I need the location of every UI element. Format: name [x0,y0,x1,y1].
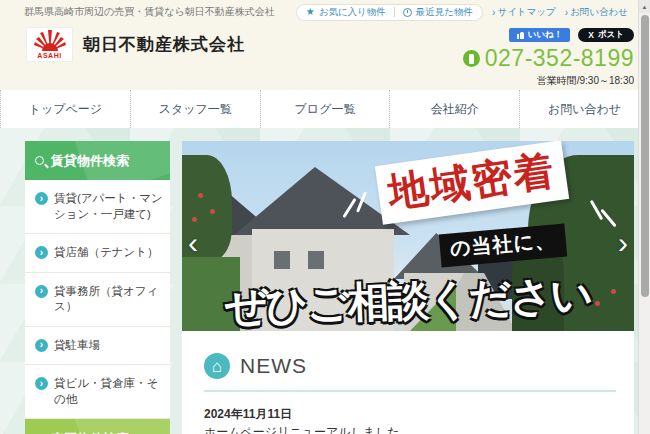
contact-label: お問い合わせ [570,6,628,19]
facebook-like-button[interactable]: いいね！ [509,28,571,42]
star-icon: ★ [306,7,315,17]
site-header: ASAHI 朝日不動産株式会社 いいね！ X ポスト 027-352-8199 … [0,24,650,90]
news-entry-text: ホームページリニューアルしました [204,423,616,434]
search-icon [35,156,44,165]
thumbs-up-icon [517,32,524,39]
recently-viewed-label: 最近見た物件 [416,6,473,19]
news-header: ⌂ NEWS [204,353,616,379]
sidebar-item-rental-parking[interactable]: › 貸駐車場 [25,327,170,366]
top-utility-bar: 群馬県高崎市周辺の売買・賃貸なら朝日不動産株式会社 ★ お気に入り物件 最近見た… [0,0,650,24]
hero-badge-company-text: の当社に、 [449,228,556,259]
x-logo-icon: X [588,30,594,40]
circle-arrow-icon: › [35,285,48,298]
nav-item-top[interactable]: トップページ [0,90,130,128]
news-section: ⌂ NEWS 2024年11月11日 ホームページリニューアルしました [182,331,634,434]
main-nav: トップページ スタッフ一覧 ブログ一覧 会社紹介 お問い合わせ [0,90,650,128]
phone-icon [463,50,480,67]
top-utility-links: ★ お気に入り物件 最近見た物件 › サイトマップ › お問い合わせ [296,4,628,21]
phone-row: 027-352-8199 [463,45,634,72]
post-label: ポスト [598,29,624,41]
scroll-up-button[interactable]: ▲ [639,0,650,13]
rental-search-title: 賃貸物件検索 [51,152,129,170]
like-label: いいね！ [528,29,563,41]
sidebar-item-rental-apartment[interactable]: › 賃貸(アパート・マンション・一戸建て) [25,180,170,234]
news-title: NEWS [240,354,307,378]
hero-flower [192,217,197,222]
sns-buttons: いいね！ X ポスト [463,28,634,42]
news-entry-date: 2024年11月11日 [204,405,616,423]
header-right-group: いいね！ X ポスト 027-352-8199 営業時間/9:30～18:30 [463,28,634,88]
favorites-link[interactable]: ★ お気に入り物件 [306,6,386,19]
x-post-button[interactable]: X ポスト [578,28,634,42]
page: 群馬県高崎市周辺の売買・賃貸なら朝日不動産株式会社 ★ お気に入り物件 最近見た… [0,0,650,434]
circle-arrow-icon: › [35,377,48,390]
nav-item-company[interactable]: 会社紹介 [389,90,519,128]
asahi-logo: ASAHI [26,27,73,62]
news-divider [204,390,616,392]
hero-carousel-slide[interactable]: 地域密着 の当社に、 ぜひご相談ください ‹ › [182,141,634,331]
item-label: 賃貸(アパート・マンション・一戸建て) [54,191,164,222]
sidebar-item-rental-office[interactable]: › 貸事務所（貸オフィス） [25,273,170,327]
rental-search-list: › 賃貸(アパート・マンション・一戸建て) › 貸店舗（テナント） › 貸事務所… [25,180,170,419]
recently-viewed-link[interactable]: 最近見た物件 [403,6,473,19]
favorites-label: お気に入り物件 [319,6,386,19]
carousel-prev-button[interactable]: ‹ [188,228,198,258]
circle-arrow-icon: › [35,246,48,259]
browser-scrollbar[interactable]: ▲ [638,0,650,434]
company-name: 朝日不動産株式会社 [83,33,245,56]
clock-icon [403,8,412,17]
sale-search-header: 売買物件検索 [25,419,170,434]
hero-window [308,251,324,269]
sale-search-title: 売買物件検索 [51,430,129,434]
scrollbar-thumb[interactable] [641,15,649,297]
sidebar-item-rental-building[interactable]: › 貸ビル・貸倉庫・その他 [25,365,170,419]
logo-wordmark: ASAHI [37,52,61,59]
phone-number: 027-352-8199 [485,45,634,72]
pill-divider [394,7,395,17]
nav-item-staff[interactable]: スタッフ一覧 [130,90,260,128]
nav-item-blog[interactable]: ブログ一覧 [260,90,390,128]
nav-item-contact[interactable]: お問い合わせ [519,90,650,128]
circle-arrow-icon: › [35,339,48,352]
search-sidebar: 賃貸物件検索 › 賃貸(アパート・マンション・一戸建て) › 貸店舗（テナント）… [25,141,170,434]
brand-logo-group[interactable]: ASAHI 朝日不動産株式会社 [26,27,245,62]
sidebar-item-rental-shop[interactable]: › 貸店舗（テナント） [25,234,170,273]
item-label: 貸駐車場 [54,338,100,354]
page-body: 賃貸物件検索 › 賃貸(アパート・マンション・一戸建て) › 貸店舗（テナント）… [0,128,650,434]
item-label: 貸店舗（テナント） [54,245,159,261]
sitemap-link[interactable]: › サイトマップ [492,6,556,19]
hero-window [274,251,290,269]
sitemap-label: サイトマップ [497,6,555,19]
news-entry[interactable]: 2024年11月11日 ホームページリニューアルしました [204,405,616,434]
item-label: 貸事務所（貸オフィス） [54,284,164,315]
chevron-right-icon: › [492,7,495,18]
main-content: 地域密着 の当社に、 ぜひご相談ください ‹ › ⌂ NEWS 2024年11月… [182,141,634,434]
hero-flower [198,193,203,198]
hero-flower [210,209,215,214]
sunburst-icon [33,30,67,52]
circle-arrow-icon: › [35,192,48,205]
item-label: 貸ビル・貸倉庫・その他 [54,376,164,407]
home-icon: ⌂ [204,353,230,379]
contact-link[interactable]: › お問い合わせ [565,6,628,19]
site-tagline: 群馬県高崎市周辺の売買・賃貸なら朝日不動産株式会社 [24,5,275,19]
carousel-next-button[interactable]: › [618,228,628,258]
chevron-right-icon: › [565,7,568,18]
business-hours: 営業時間/9:30～18:30 [463,74,634,88]
saved-properties-pill: ★ お気に入り物件 最近見た物件 [296,4,483,21]
rental-search-header: 賃貸物件検索 [25,141,170,180]
